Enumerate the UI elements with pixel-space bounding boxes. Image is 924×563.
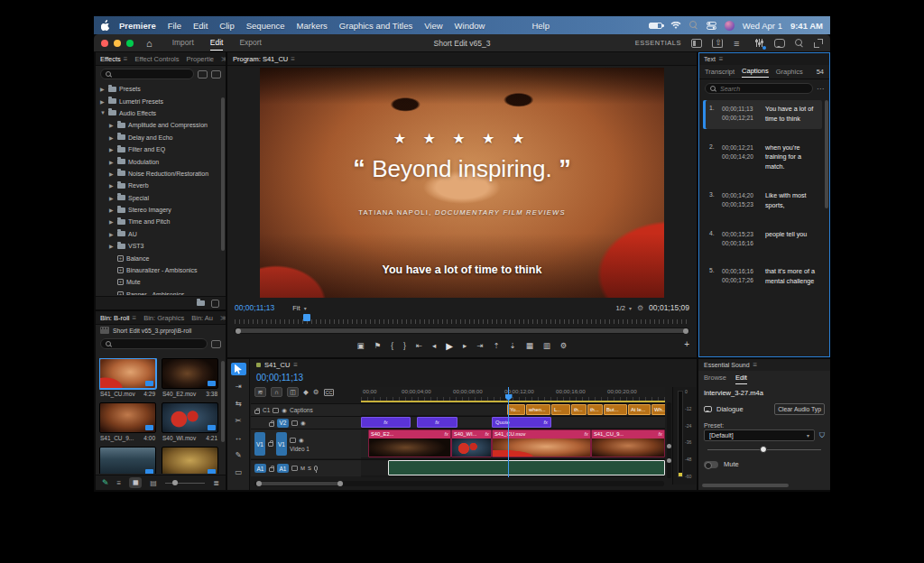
timeline-vertical-scrollbar[interactable] [667,402,671,478]
caption-track-lane[interactable]: Yo...when...L...th...th...But...At le...… [361,403,665,415]
playback-resolution-select[interactable]: 1/2▾ [615,304,631,312]
lock-icon[interactable] [269,422,274,427]
menubar-item-view[interactable]: View [424,21,442,31]
bin-tab-bin-b-roll[interactable]: Bin: B-roll≡ [100,314,136,322]
v1-track-header[interactable]: V1 V1 ◉ Video 1 [251,429,361,458]
tree-chevron-icon[interactable]: ▶ [109,182,115,189]
effects-scrollbar[interactable] [221,97,225,251]
mute-toggle[interactable] [704,461,718,468]
tree-chevron-icon[interactable]: ▶ [109,122,115,128]
caption-text[interactable]: that it's more of a mental challenge [765,267,820,287]
sync-lock-icon[interactable] [290,438,296,443]
tree-chevron-icon[interactable]: ▶ [109,134,115,141]
bin-breadcrumb[interactable]: Short Edit v65_3.prproj\B-roll [113,328,191,334]
multi-view-icon[interactable]: ▥ [543,341,550,350]
effects-tab-propertie[interactable]: Propertie [187,55,214,63]
tree-chevron-icon[interactable]: ▼ [100,110,106,115]
tab-edit[interactable]: Edit [735,374,747,384]
slider-knob[interactable] [760,446,767,453]
track-visibility-icon[interactable]: ◉ [299,437,304,444]
mode-tab-edit[interactable]: Edit [210,35,224,51]
effects-tree-item-lumetri-presets[interactable]: ▶Lumetri Presets [96,95,220,106]
video-clip-s40-e2[interactable]: S40_E2...fx [368,429,451,457]
edit-pencil-icon[interactable]: ✎ [102,478,109,487]
fullscreen-icon[interactable] [814,39,823,48]
program-playhead[interactable] [303,314,310,321]
v2-track-lane[interactable]: fxfxQuotefx [361,416,665,428]
feedback-icon[interactable] [774,39,785,48]
program-mini-timeline[interactable] [235,316,689,324]
menubar-item-help[interactable]: Help [531,21,550,31]
effects-tree-item-balance[interactable]: +Balance [96,252,220,263]
program-monitor-tab[interactable]: Program: S41_CU≡ [233,55,295,63]
caption-item-2[interactable]: 2.00;00;12;2100;00;14;20when you're trai… [703,139,822,177]
new-bin-icon[interactable] [197,300,205,306]
menubar-item-edit[interactable]: Edit [193,21,208,31]
selection-tool[interactable] [231,363,246,375]
track-visibility-icon[interactable]: ◉ [282,407,287,414]
tree-chevron-icon[interactable]: ▶ [109,207,115,213]
effects-tree-item-binauralizer-ambisonics[interactable]: +Binauralizer - Ambisonics [96,264,220,276]
caption-clip[interactable]: At le... [628,404,651,415]
delete-icon[interactable] [211,300,219,308]
preset-select[interactable]: [Default]▾ [704,429,815,441]
v2-track-header[interactable]: V2 ◉ [251,416,361,429]
workspace-label[interactable]: ESSENTIALS [635,39,681,47]
home-icon[interactable]: ⌂ [146,38,152,49]
caption-track-header[interactable]: C1 ◉ Captions [251,403,361,416]
caption-clip[interactable]: th... [587,404,603,415]
mute-track-button[interactable]: M [300,466,305,471]
mark-in-icon[interactable]: { [391,341,393,350]
step-back-icon[interactable]: ◂ [432,341,436,350]
lift-icon[interactable]: ⇡ [493,341,499,350]
v1-track-target[interactable]: V1 [276,432,287,456]
effects-tree-item-reverb[interactable]: ▶Reverb [96,180,220,191]
apple-menu[interactable] [101,20,110,31]
text-tab-transcript[interactable]: Transcript [705,68,735,76]
v2-track-target[interactable]: V2 [277,419,289,428]
timeline-horizontal-scrollbar[interactable] [254,481,664,486]
text-tab-graphics[interactable]: Graphics [776,68,803,76]
mode-tab-export[interactable]: Export [239,35,262,51]
monitor-settings-icon[interactable]: ⚙ [637,304,643,312]
keyframe-icon[interactable]: ≋ [254,387,266,397]
spotlight-search-icon[interactable] [689,21,698,30]
tree-chevron-icon[interactable]: ▶ [109,195,115,201]
text-tab-captions[interactable]: Captions [742,67,769,78]
effects-tree-item-delay-and-echo[interactable]: ▶Delay and Echo [96,132,220,143]
filter-bin-icon[interactable] [211,340,221,348]
camera-icon[interactable]: ▦ [526,341,533,350]
effects-tree-item-noise-reduction-restoration[interactable]: ▶Noise Reduction/Restoration [96,168,220,180]
graphics-clip[interactable]: fx [361,417,411,428]
effects-tree-item-au[interactable]: ▶AU [96,228,220,240]
tree-chevron-icon[interactable]: ▶ [109,159,115,165]
extract-icon[interactable]: ⇣ [510,341,516,350]
caption-clip[interactable]: when... [526,404,550,415]
bin-tab-bin-graphics[interactable]: Bin: Graphics [143,314,184,322]
bin-clip-s41-cu-mov[interactable]: S41_CU.mov4:29 [99,358,156,401]
video-clip-s41-cu-9[interactable]: S41_CU_9...fx [591,429,665,457]
panel-menu-icon[interactable]: ≡ [124,55,128,63]
linked-selection-icon[interactable]: ◫ [287,387,299,397]
captions-search-input[interactable]: Search [705,83,813,94]
effects-tree-item-stereo-imagery[interactable]: ▶Stereo Imagery [96,204,220,216]
program-scrollbar[interactable] [235,328,689,334]
a1-track-header[interactable]: A1 A1 M S [251,459,361,476]
more-options-icon[interactable]: ⋯ [817,85,824,93]
effects-tree-item-time-and-pitch[interactable]: ▶Time and Pitch [96,216,220,227]
go-to-in-icon[interactable]: ⇤ [416,341,422,350]
sync-lock-icon[interactable] [291,420,298,426]
bin-clip-partial[interactable] [99,447,156,474]
settings-icon[interactable]: ⚙ [560,341,568,350]
effects-tree-item-panner-ambisonics[interactable]: +Panner - Ambisonics [96,289,220,295]
menubar-item-file[interactable]: File [168,21,181,31]
caption-item-4[interactable]: 4.00;00;15;2300;00;16;16people tell you [703,226,822,253]
effects-tree-item-presets[interactable]: ▶Presets [96,83,220,95]
program-current-timecode[interactable]: 00;00;11;13 [235,303,274,312]
effects-search-input[interactable] [100,69,194,79]
panel-menu-icon[interactable]: ≡ [293,361,298,369]
step-forward-icon[interactable]: ▸ [463,341,467,350]
icon-view-button[interactable]: ▦ [129,477,142,488]
effects-tree-item-filter-and-eq[interactable]: ▶Filter and EQ [96,143,220,155]
graphics-clip[interactable]: fx [417,417,457,428]
